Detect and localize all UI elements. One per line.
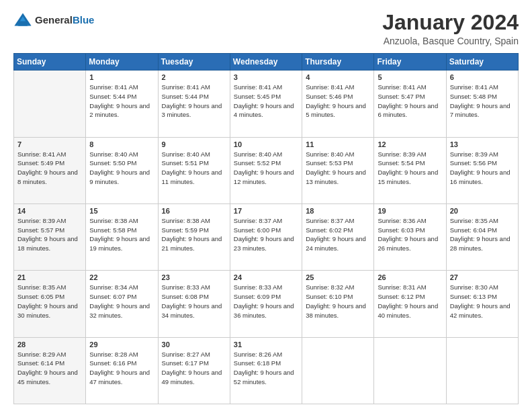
calendar-week-row: 21Sunrise: 8:35 AMSunset: 6:05 PMDayligh… [14,271,519,337]
table-row: 31Sunrise: 8:26 AMSunset: 6:18 PMDayligh… [230,337,302,404]
table-row [14,71,86,137]
day-info: Sunrise: 8:27 AMSunset: 6:17 PMDaylight:… [162,350,226,387]
day-number: 17 [234,207,298,215]
page: GeneralBlue January 2024 Anzuola, Basque… [0,0,532,411]
day-number: 27 [450,273,515,281]
day-number: 4 [306,73,370,81]
day-info: Sunrise: 8:32 AMSunset: 6:10 PMDaylight:… [306,283,370,320]
day-number: 29 [89,340,154,349]
day-number: 20 [450,207,515,215]
day-info: Sunrise: 8:33 AMSunset: 6:08 PMDaylight:… [162,283,226,320]
logo: GeneralBlue [13,11,94,30]
day-info: Sunrise: 8:35 AMSunset: 6:04 PMDaylight:… [450,216,515,253]
day-info: Sunrise: 8:30 AMSunset: 6:13 PMDaylight:… [450,283,515,320]
day-info: Sunrise: 8:39 AMSunset: 5:57 PMDaylight:… [17,216,82,253]
location: Anzuola, Basque Country, Spain [382,36,519,46]
calendar-week-row: 28Sunrise: 8:29 AMSunset: 6:14 PMDayligh… [14,337,519,404]
day-info: Sunrise: 8:40 AMSunset: 5:52 PMDaylight:… [234,150,298,187]
table-row [374,337,446,404]
day-number: 2 [162,73,226,81]
table-row: 25Sunrise: 8:32 AMSunset: 6:10 PMDayligh… [302,271,374,337]
table-row: 26Sunrise: 8:31 AMSunset: 6:12 PMDayligh… [374,271,446,337]
table-row: 18Sunrise: 8:37 AMSunset: 6:02 PMDayligh… [302,203,374,270]
day-number: 31 [234,340,298,349]
day-info: Sunrise: 8:31 AMSunset: 6:12 PMDaylight:… [378,283,442,320]
table-row: 30Sunrise: 8:27 AMSunset: 6:17 PMDayligh… [158,337,230,404]
day-number: 30 [162,340,226,349]
day-info: Sunrise: 8:29 AMSunset: 6:14 PMDaylight:… [17,350,82,387]
day-number: 24 [234,273,298,281]
table-row: 15Sunrise: 8:38 AMSunset: 5:58 PMDayligh… [86,203,158,270]
day-number: 11 [306,140,370,148]
title-block: January 2024 Anzuola, Basque Country, Sp… [382,11,519,46]
table-row: 8Sunrise: 8:40 AMSunset: 5:50 PMDaylight… [86,137,158,203]
header-monday: Monday [86,54,158,71]
table-row: 24Sunrise: 8:33 AMSunset: 6:09 PMDayligh… [230,271,302,337]
table-row: 16Sunrise: 8:38 AMSunset: 5:59 PMDayligh… [158,203,230,270]
table-row: 14Sunrise: 8:39 AMSunset: 5:57 PMDayligh… [14,203,86,270]
day-info: Sunrise: 8:37 AMSunset: 6:00 PMDaylight:… [234,216,298,253]
table-row: 9Sunrise: 8:40 AMSunset: 5:51 PMDaylight… [158,137,230,203]
table-row: 6Sunrise: 8:41 AMSunset: 5:48 PMDaylight… [446,71,518,137]
day-info: Sunrise: 8:39 AMSunset: 5:54 PMDaylight:… [378,150,442,187]
day-number: 12 [378,140,442,148]
header-saturday: Saturday [446,54,518,71]
logo-icon [13,11,32,30]
logo-general: General [35,14,73,26]
day-number: 28 [17,340,82,349]
day-info: Sunrise: 8:28 AMSunset: 6:16 PMDaylight:… [89,350,154,387]
table-row: 21Sunrise: 8:35 AMSunset: 6:05 PMDayligh… [14,271,86,337]
day-info: Sunrise: 8:33 AMSunset: 6:09 PMDaylight:… [234,283,298,320]
day-info: Sunrise: 8:40 AMSunset: 5:51 PMDaylight:… [162,150,226,187]
table-row: 13Sunrise: 8:39 AMSunset: 5:56 PMDayligh… [446,137,518,203]
table-row: 22Sunrise: 8:34 AMSunset: 6:07 PMDayligh… [86,271,158,337]
table-row: 19Sunrise: 8:36 AMSunset: 6:03 PMDayligh… [374,203,446,270]
day-info: Sunrise: 8:41 AMSunset: 5:45 PMDaylight:… [234,83,298,120]
day-number: 22 [89,273,154,281]
day-number: 3 [234,73,298,81]
calendar-week-row: 14Sunrise: 8:39 AMSunset: 5:57 PMDayligh… [14,203,519,270]
table-row: 27Sunrise: 8:30 AMSunset: 6:13 PMDayligh… [446,271,518,337]
day-number: 15 [89,207,154,215]
day-number: 16 [162,207,226,215]
table-row: 7Sunrise: 8:41 AMSunset: 5:49 PMDaylight… [14,137,86,203]
day-info: Sunrise: 8:41 AMSunset: 5:44 PMDaylight:… [89,83,154,120]
day-info: Sunrise: 8:41 AMSunset: 5:44 PMDaylight:… [162,83,226,120]
day-number: 14 [17,207,82,215]
table-row: 28Sunrise: 8:29 AMSunset: 6:14 PMDayligh… [14,337,86,404]
day-info: Sunrise: 8:38 AMSunset: 5:58 PMDaylight:… [89,216,154,253]
calendar-week-row: 7Sunrise: 8:41 AMSunset: 5:49 PMDaylight… [14,137,519,203]
day-info: Sunrise: 8:40 AMSunset: 5:50 PMDaylight:… [89,150,154,187]
day-number: 18 [306,207,370,215]
day-number: 13 [450,140,515,148]
table-row: 23Sunrise: 8:33 AMSunset: 6:08 PMDayligh… [158,271,230,337]
month-title: January 2024 [382,11,519,34]
table-row: 11Sunrise: 8:40 AMSunset: 5:53 PMDayligh… [302,137,374,203]
table-row [302,337,374,404]
day-number: 10 [234,140,298,148]
day-info: Sunrise: 8:41 AMSunset: 5:47 PMDaylight:… [378,83,442,120]
logo-blue: Blue [73,14,95,26]
header: GeneralBlue January 2024 Anzuola, Basque… [13,11,519,46]
table-row: 10Sunrise: 8:40 AMSunset: 5:52 PMDayligh… [230,137,302,203]
calendar-table: Sunday Monday Tuesday Wednesday Thursday… [13,53,519,404]
day-number: 5 [378,73,442,81]
day-info: Sunrise: 8:36 AMSunset: 6:03 PMDaylight:… [378,216,442,253]
table-row: 2Sunrise: 8:41 AMSunset: 5:44 PMDaylight… [158,71,230,137]
table-row: 29Sunrise: 8:28 AMSunset: 6:16 PMDayligh… [86,337,158,404]
day-number: 21 [17,273,82,281]
table-row: 1Sunrise: 8:41 AMSunset: 5:44 PMDaylight… [86,71,158,137]
day-info: Sunrise: 8:34 AMSunset: 6:07 PMDaylight:… [89,283,154,320]
day-info: Sunrise: 8:38 AMSunset: 5:59 PMDaylight:… [162,216,226,253]
day-number: 8 [89,140,154,148]
header-friday: Friday [374,54,446,71]
day-number: 19 [378,207,442,215]
day-info: Sunrise: 8:37 AMSunset: 6:02 PMDaylight:… [306,216,370,253]
header-sunday: Sunday [14,54,86,71]
table-row: 4Sunrise: 8:41 AMSunset: 5:46 PMDaylight… [302,71,374,137]
day-info: Sunrise: 8:39 AMSunset: 5:56 PMDaylight:… [450,150,515,187]
table-row: 3Sunrise: 8:41 AMSunset: 5:45 PMDaylight… [230,71,302,137]
day-info: Sunrise: 8:41 AMSunset: 5:49 PMDaylight:… [17,150,82,187]
table-row: 12Sunrise: 8:39 AMSunset: 5:54 PMDayligh… [374,137,446,203]
day-info: Sunrise: 8:26 AMSunset: 6:18 PMDaylight:… [234,350,298,387]
